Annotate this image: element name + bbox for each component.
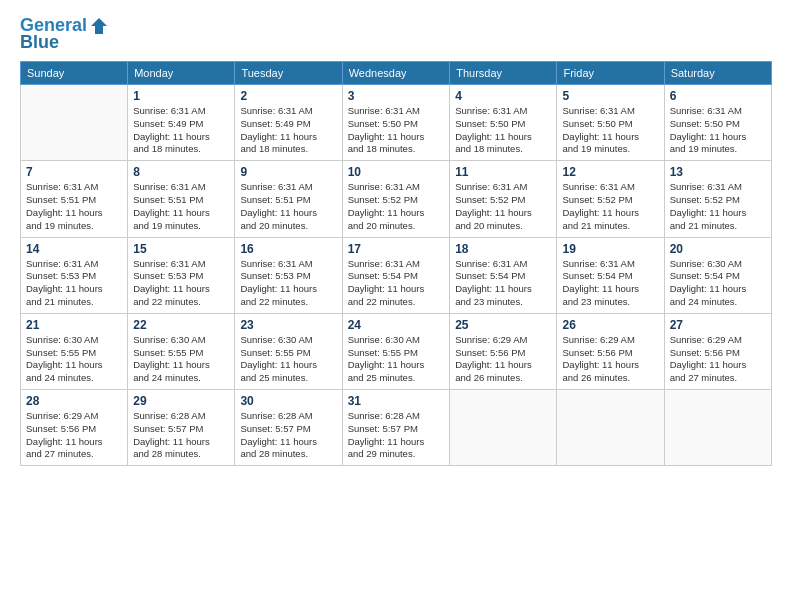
calendar-cell: 26Sunrise: 6:29 AMSunset: 5:56 PMDayligh…	[557, 313, 664, 389]
calendar-cell: 14Sunrise: 6:31 AMSunset: 5:53 PMDayligh…	[21, 237, 128, 313]
day-info: Sunrise: 6:29 AMSunset: 5:56 PMDaylight:…	[562, 334, 658, 385]
day-info: Sunrise: 6:28 AMSunset: 5:57 PMDaylight:…	[348, 410, 444, 461]
calendar-cell: 31Sunrise: 6:28 AMSunset: 5:57 PMDayligh…	[342, 390, 449, 466]
week-row-3: 21Sunrise: 6:30 AMSunset: 5:55 PMDayligh…	[21, 313, 772, 389]
day-info: Sunrise: 6:31 AMSunset: 5:53 PMDaylight:…	[240, 258, 336, 309]
weekday-header-wednesday: Wednesday	[342, 62, 449, 85]
weekday-header-friday: Friday	[557, 62, 664, 85]
calendar-cell	[557, 390, 664, 466]
day-number: 29	[133, 394, 229, 408]
calendar-cell: 22Sunrise: 6:30 AMSunset: 5:55 PMDayligh…	[128, 313, 235, 389]
svg-marker-0	[91, 18, 107, 34]
calendar: SundayMondayTuesdayWednesdayThursdayFrid…	[20, 61, 772, 466]
day-info: Sunrise: 6:31 AMSunset: 5:52 PMDaylight:…	[670, 181, 766, 232]
day-number: 11	[455, 165, 551, 179]
day-info: Sunrise: 6:31 AMSunset: 5:51 PMDaylight:…	[133, 181, 229, 232]
weekday-header-thursday: Thursday	[450, 62, 557, 85]
calendar-cell: 17Sunrise: 6:31 AMSunset: 5:54 PMDayligh…	[342, 237, 449, 313]
day-number: 14	[26, 242, 122, 256]
calendar-cell: 29Sunrise: 6:28 AMSunset: 5:57 PMDayligh…	[128, 390, 235, 466]
day-number: 10	[348, 165, 444, 179]
day-number: 24	[348, 318, 444, 332]
calendar-cell: 2Sunrise: 6:31 AMSunset: 5:49 PMDaylight…	[235, 85, 342, 161]
day-info: Sunrise: 6:30 AMSunset: 5:55 PMDaylight:…	[26, 334, 122, 385]
day-number: 21	[26, 318, 122, 332]
calendar-cell: 13Sunrise: 6:31 AMSunset: 5:52 PMDayligh…	[664, 161, 771, 237]
day-number: 5	[562, 89, 658, 103]
day-number: 28	[26, 394, 122, 408]
day-info: Sunrise: 6:31 AMSunset: 5:54 PMDaylight:…	[562, 258, 658, 309]
calendar-cell: 20Sunrise: 6:30 AMSunset: 5:54 PMDayligh…	[664, 237, 771, 313]
calendar-cell: 25Sunrise: 6:29 AMSunset: 5:56 PMDayligh…	[450, 313, 557, 389]
day-info: Sunrise: 6:31 AMSunset: 5:51 PMDaylight:…	[240, 181, 336, 232]
day-number: 18	[455, 242, 551, 256]
day-number: 25	[455, 318, 551, 332]
day-info: Sunrise: 6:29 AMSunset: 5:56 PMDaylight:…	[670, 334, 766, 385]
calendar-cell: 3Sunrise: 6:31 AMSunset: 5:50 PMDaylight…	[342, 85, 449, 161]
day-number: 30	[240, 394, 336, 408]
day-info: Sunrise: 6:29 AMSunset: 5:56 PMDaylight:…	[26, 410, 122, 461]
calendar-cell: 9Sunrise: 6:31 AMSunset: 5:51 PMDaylight…	[235, 161, 342, 237]
calendar-cell: 5Sunrise: 6:31 AMSunset: 5:50 PMDaylight…	[557, 85, 664, 161]
day-number: 22	[133, 318, 229, 332]
day-info: Sunrise: 6:31 AMSunset: 5:49 PMDaylight:…	[240, 105, 336, 156]
page: General Blue SundayMondayTuesdayWednesda…	[0, 0, 792, 612]
calendar-cell	[21, 85, 128, 161]
day-info: Sunrise: 6:31 AMSunset: 5:50 PMDaylight:…	[455, 105, 551, 156]
day-number: 17	[348, 242, 444, 256]
day-info: Sunrise: 6:28 AMSunset: 5:57 PMDaylight:…	[240, 410, 336, 461]
header: General Blue	[20, 16, 772, 53]
day-number: 16	[240, 242, 336, 256]
day-info: Sunrise: 6:31 AMSunset: 5:52 PMDaylight:…	[562, 181, 658, 232]
weekday-header-sunday: Sunday	[21, 62, 128, 85]
calendar-cell: 21Sunrise: 6:30 AMSunset: 5:55 PMDayligh…	[21, 313, 128, 389]
day-info: Sunrise: 6:31 AMSunset: 5:52 PMDaylight:…	[348, 181, 444, 232]
day-number: 15	[133, 242, 229, 256]
logo: General Blue	[20, 16, 109, 53]
day-number: 7	[26, 165, 122, 179]
calendar-cell: 24Sunrise: 6:30 AMSunset: 5:55 PMDayligh…	[342, 313, 449, 389]
day-info: Sunrise: 6:29 AMSunset: 5:56 PMDaylight:…	[455, 334, 551, 385]
day-info: Sunrise: 6:31 AMSunset: 5:50 PMDaylight:…	[670, 105, 766, 156]
day-info: Sunrise: 6:31 AMSunset: 5:53 PMDaylight:…	[133, 258, 229, 309]
day-info: Sunrise: 6:30 AMSunset: 5:55 PMDaylight:…	[348, 334, 444, 385]
calendar-cell: 27Sunrise: 6:29 AMSunset: 5:56 PMDayligh…	[664, 313, 771, 389]
day-number: 27	[670, 318, 766, 332]
calendar-cell: 30Sunrise: 6:28 AMSunset: 5:57 PMDayligh…	[235, 390, 342, 466]
day-info: Sunrise: 6:28 AMSunset: 5:57 PMDaylight:…	[133, 410, 229, 461]
day-number: 13	[670, 165, 766, 179]
calendar-cell: 6Sunrise: 6:31 AMSunset: 5:50 PMDaylight…	[664, 85, 771, 161]
calendar-cell: 11Sunrise: 6:31 AMSunset: 5:52 PMDayligh…	[450, 161, 557, 237]
day-number: 19	[562, 242, 658, 256]
weekday-header-row: SundayMondayTuesdayWednesdayThursdayFrid…	[21, 62, 772, 85]
day-info: Sunrise: 6:31 AMSunset: 5:50 PMDaylight:…	[348, 105, 444, 156]
calendar-cell: 10Sunrise: 6:31 AMSunset: 5:52 PMDayligh…	[342, 161, 449, 237]
day-info: Sunrise: 6:31 AMSunset: 5:50 PMDaylight:…	[562, 105, 658, 156]
day-number: 9	[240, 165, 336, 179]
day-info: Sunrise: 6:31 AMSunset: 5:53 PMDaylight:…	[26, 258, 122, 309]
weekday-header-monday: Monday	[128, 62, 235, 85]
day-info: Sunrise: 6:31 AMSunset: 5:49 PMDaylight:…	[133, 105, 229, 156]
day-number: 26	[562, 318, 658, 332]
day-number: 2	[240, 89, 336, 103]
calendar-cell	[664, 390, 771, 466]
calendar-cell: 23Sunrise: 6:30 AMSunset: 5:55 PMDayligh…	[235, 313, 342, 389]
day-info: Sunrise: 6:30 AMSunset: 5:55 PMDaylight:…	[133, 334, 229, 385]
day-info: Sunrise: 6:31 AMSunset: 5:51 PMDaylight:…	[26, 181, 122, 232]
day-info: Sunrise: 6:30 AMSunset: 5:54 PMDaylight:…	[670, 258, 766, 309]
weekday-header-tuesday: Tuesday	[235, 62, 342, 85]
week-row-0: 1Sunrise: 6:31 AMSunset: 5:49 PMDaylight…	[21, 85, 772, 161]
calendar-cell: 16Sunrise: 6:31 AMSunset: 5:53 PMDayligh…	[235, 237, 342, 313]
day-number: 20	[670, 242, 766, 256]
week-row-1: 7Sunrise: 6:31 AMSunset: 5:51 PMDaylight…	[21, 161, 772, 237]
calendar-cell: 19Sunrise: 6:31 AMSunset: 5:54 PMDayligh…	[557, 237, 664, 313]
calendar-cell: 4Sunrise: 6:31 AMSunset: 5:50 PMDaylight…	[450, 85, 557, 161]
calendar-cell: 1Sunrise: 6:31 AMSunset: 5:49 PMDaylight…	[128, 85, 235, 161]
calendar-cell: 8Sunrise: 6:31 AMSunset: 5:51 PMDaylight…	[128, 161, 235, 237]
weekday-header-saturday: Saturday	[664, 62, 771, 85]
calendar-cell: 12Sunrise: 6:31 AMSunset: 5:52 PMDayligh…	[557, 161, 664, 237]
calendar-cell: 7Sunrise: 6:31 AMSunset: 5:51 PMDaylight…	[21, 161, 128, 237]
day-info: Sunrise: 6:31 AMSunset: 5:54 PMDaylight:…	[348, 258, 444, 309]
day-number: 3	[348, 89, 444, 103]
week-row-4: 28Sunrise: 6:29 AMSunset: 5:56 PMDayligh…	[21, 390, 772, 466]
